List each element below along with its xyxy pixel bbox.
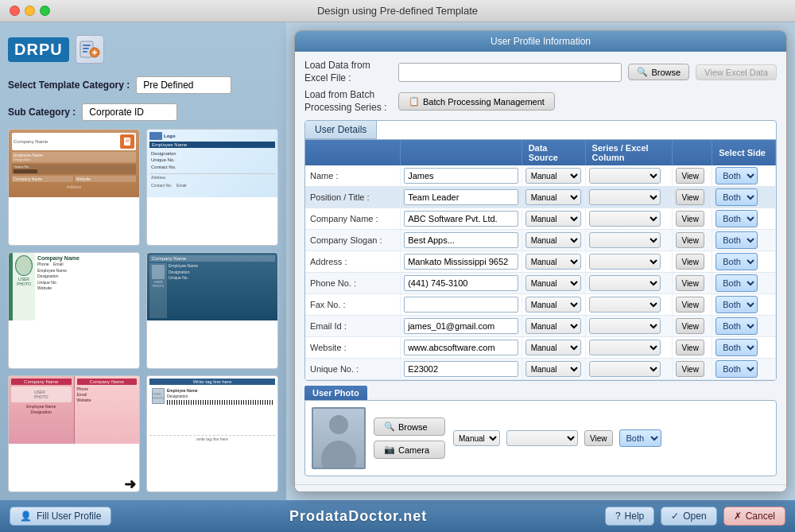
side-select[interactable]: Both <box>716 274 758 292</box>
view-excel-button[interactable]: View Excel Data <box>696 64 777 80</box>
camera-button[interactable]: 📷 Camera <box>374 441 445 459</box>
template-card-2[interactable]: Logo Employee Name Designation Unique No… <box>146 129 278 246</box>
series-select[interactable] <box>589 318 661 334</box>
data-source-cell[interactable]: Manual <box>522 359 585 380</box>
series-select[interactable] <box>589 297 661 313</box>
view-button[interactable]: View <box>676 168 704 184</box>
photo-data-source-select[interactable]: Manual <box>453 430 500 446</box>
series-cell[interactable] <box>585 208 673 230</box>
cancel-button[interactable]: ✗ Cancel <box>723 507 785 526</box>
data-source-select[interactable]: Manual <box>525 340 581 355</box>
series-select[interactable] <box>589 340 661 355</box>
field-value-cell[interactable] <box>401 187 522 208</box>
side-select[interactable]: Both <box>716 210 758 227</box>
field-value-input[interactable] <box>404 340 518 355</box>
view-cell[interactable]: View <box>673 208 712 230</box>
toolbar-help-button[interactable]: ? Help <box>605 507 654 526</box>
data-source-select[interactable]: Manual <box>525 297 581 313</box>
series-select[interactable] <box>589 254 661 270</box>
photo-series-select[interactable] <box>506 430 578 446</box>
side-select[interactable]: Both <box>716 317 758 335</box>
select-side-cell[interactable]: Both <box>712 273 776 294</box>
field-value-input[interactable] <box>404 168 518 184</box>
maximize-window-button[interactable] <box>40 6 50 16</box>
reset-button[interactable]: ↺ Reset <box>409 491 473 492</box>
photo-view-button[interactable]: View <box>584 430 613 446</box>
field-value-input[interactable] <box>404 275 518 291</box>
data-source-select[interactable]: Manual <box>525 168 581 184</box>
open-button[interactable]: ✓ Open <box>661 507 716 526</box>
view-cell[interactable]: View <box>673 273 712 294</box>
select-side-cell[interactable]: Both <box>712 165 776 187</box>
template-category-value[interactable]: Pre Defined <box>136 76 231 94</box>
minimize-window-button[interactable] <box>25 6 35 16</box>
series-cell[interactable] <box>585 359 673 380</box>
series-cell[interactable] <box>585 316 673 337</box>
field-value-cell[interactable] <box>401 294 522 316</box>
field-value-cell[interactable] <box>401 251 522 273</box>
field-value-cell[interactable] <box>401 230 522 251</box>
field-value-cell[interactable] <box>401 165 522 187</box>
data-source-cell[interactable]: Manual <box>522 251 585 273</box>
data-source-select[interactable]: Manual <box>525 361 581 377</box>
series-select[interactable] <box>589 361 661 377</box>
photo-browse-button[interactable]: 🔍 Browse <box>374 417 445 436</box>
field-value-cell[interactable] <box>401 316 522 337</box>
view-cell[interactable]: View <box>673 316 712 337</box>
template-card-5[interactable]: Company Name USERPHOTO Employee Name Des… <box>8 375 140 492</box>
view-cell[interactable]: View <box>673 230 712 251</box>
data-source-cell[interactable]: Manual <box>522 208 585 230</box>
view-button[interactable]: View <box>676 189 704 205</box>
close-window-button[interactable] <box>10 6 20 16</box>
select-side-cell[interactable]: Both <box>712 208 776 230</box>
view-button[interactable]: View <box>676 211 704 227</box>
series-cell[interactable] <box>585 273 673 294</box>
ok-button[interactable]: ✓ OK <box>545 491 601 492</box>
template-card-1[interactable]: Company Name Employee Name Designation U… <box>8 129 140 246</box>
help-button[interactable]: ? Help <box>481 491 537 492</box>
view-cell[interactable]: View <box>673 251 712 273</box>
select-side-cell[interactable]: Both <box>712 294 776 316</box>
view-button[interactable]: View <box>676 297 704 313</box>
view-button[interactable]: View <box>676 232 704 248</box>
view-button[interactable]: View <box>676 340 704 355</box>
photo-side-select[interactable]: Both <box>619 429 661 447</box>
close-button[interactable]: ✗ Close <box>609 491 673 492</box>
data-source-cell[interactable]: Manual <box>522 337 585 359</box>
field-value-input[interactable] <box>404 297 518 313</box>
sub-category-value[interactable]: Corporate ID <box>82 103 177 121</box>
template-card-6[interactable]: Write tag line here USERPHOTO Employee N… <box>146 375 278 492</box>
series-select[interactable] <box>589 168 661 184</box>
template-card-3[interactable]: USERPHOTO Company Name Phone Email Emplo… <box>8 252 140 369</box>
user-details-tab[interactable]: User Details <box>305 121 377 139</box>
field-value-input[interactable] <box>404 232 518 248</box>
data-source-select[interactable]: Manual <box>525 254 581 270</box>
field-value-input[interactable] <box>404 211 518 227</box>
view-cell[interactable]: View <box>673 337 712 359</box>
browse-excel-button[interactable]: 🔍 Browse <box>628 64 689 80</box>
data-source-cell[interactable]: Manual <box>522 273 585 294</box>
view-button[interactable]: View <box>676 254 704 270</box>
excel-file-input[interactable] <box>398 63 622 82</box>
fill-user-profile-button[interactable]: 👤 Fill User Profile <box>10 507 111 526</box>
series-select[interactable] <box>589 189 661 205</box>
data-source-cell[interactable]: Manual <box>522 165 585 187</box>
view-cell[interactable]: View <box>673 165 712 187</box>
series-select[interactable] <box>589 232 661 248</box>
side-select[interactable]: Both <box>716 253 758 270</box>
template-card-4[interactable]: Company Name USER PHOTO Employee Name De… <box>146 252 278 369</box>
side-select[interactable]: Both <box>716 167 758 184</box>
side-select[interactable]: Both <box>716 296 758 313</box>
field-value-cell[interactable] <box>401 273 522 294</box>
side-select[interactable]: Both <box>716 360 758 378</box>
field-value-input[interactable] <box>404 189 518 205</box>
data-source-cell[interactable]: Manual <box>522 187 585 208</box>
series-cell[interactable] <box>585 165 673 187</box>
data-source-select[interactable]: Manual <box>525 275 581 291</box>
side-select[interactable]: Both <box>716 231 758 249</box>
view-button[interactable]: View <box>676 275 704 291</box>
series-cell[interactable] <box>585 251 673 273</box>
series-select[interactable] <box>589 211 661 227</box>
data-source-select[interactable]: Manual <box>525 211 581 227</box>
data-source-select[interactable]: Manual <box>525 318 581 334</box>
